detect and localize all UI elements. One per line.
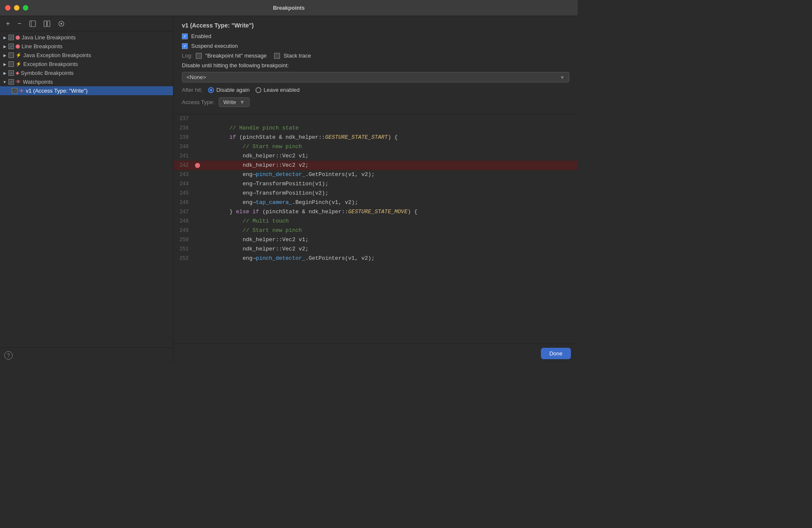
line-content-247: } else if (pinchState & ndk_helper::GEST… — [201, 207, 578, 217]
code-line-240: 240 // Start new pinch — [173, 142, 578, 151]
line-content-249: // Start new pinch — [201, 226, 578, 235]
group-label-exception: Exception Breakpoints — [23, 61, 78, 67]
svg-rect-2 — [44, 21, 47, 27]
maximize-button[interactable] — [23, 5, 28, 11]
toolbar: + − — [0, 16, 173, 31]
breakpoint-hit-checkbox[interactable] — [196, 53, 202, 59]
watchpoint-v1-checkbox[interactable] — [12, 88, 17, 94]
suspend-row: Suspend execution — [182, 43, 569, 49]
access-type-value: Write — [223, 99, 236, 105]
line-num-252: 252 — [173, 254, 194, 263]
group-header-watchpoints[interactable]: 👁 Watchpoints — [0, 77, 173, 86]
code-line-239: 239 if (pinchState & ndk_helper::GESTURE… — [173, 133, 578, 142]
dropdown-arrow-icon: ▼ — [560, 75, 565, 80]
group-checkbox-watchpoints[interactable] — [8, 79, 14, 85]
line-num-249: 249 — [173, 226, 194, 235]
close-button[interactable] — [5, 5, 11, 11]
none-dropdown[interactable]: <None> ▼ — [182, 72, 569, 82]
help-button[interactable]: ? — [4, 351, 13, 360]
stack-trace-checkbox[interactable] — [274, 53, 280, 59]
code-line-241: 241 ndk_helper::Vec2 v1; — [173, 151, 578, 161]
disable-again-option[interactable]: Disable again — [208, 87, 250, 93]
minimize-button[interactable] — [14, 5, 19, 11]
suspend-checkbox[interactable] — [182, 43, 188, 49]
add-button[interactable]: + — [4, 19, 11, 28]
line-num-242: 242 — [173, 161, 194, 170]
line-num-246: 246 — [173, 198, 194, 207]
line-num-243: 243 — [173, 170, 194, 179]
group-label-line: Line Breakpoints — [22, 43, 63, 50]
line-content-252: eng→pinch_detector_.GetPointers(v1, v2); — [201, 254, 578, 263]
chevron-icon — [3, 71, 7, 75]
line-content-239: if (pinchState & ndk_helper::GESTURE_STA… — [201, 133, 578, 142]
svg-point-5 — [60, 23, 62, 25]
line-icon-242 — [194, 163, 201, 168]
code-line-249: 249 // Start new pinch — [173, 226, 578, 235]
access-type-dropdown[interactable]: Write ▼ — [219, 97, 250, 107]
leave-enabled-radio[interactable] — [255, 87, 261, 93]
props-title: v1 (Access Type: "Write") — [182, 22, 569, 29]
leave-enabled-option[interactable]: Leave enabled — [255, 87, 299, 93]
line-content-242: ndk_helper::Vec2 v2; — [201, 161, 578, 170]
line-num-247: 247 — [173, 207, 194, 217]
access-type-row: Access Type: Write ▼ — [182, 97, 569, 107]
dot-red-icon — [16, 36, 20, 40]
bottom-bar: Done — [173, 344, 578, 363]
code-line-248: 248 // Multi touch — [173, 217, 578, 226]
group-symbolic-breakpoints: ◆ Symbolic Breakpoints — [0, 69, 173, 77]
watchpoint-marker-icon — [195, 163, 200, 168]
group-checkbox-line[interactable] — [8, 44, 14, 49]
right-panel: v1 (Access Type: "Write") Enabled Suspen… — [173, 16, 578, 363]
titlebar: Breakpoints — [0, 0, 578, 16]
group-checkbox-java-line[interactable] — [8, 35, 14, 40]
group-header-java-exception[interactable]: ⚡ Java Exception Breakpoints — [0, 51, 173, 60]
line-content-248: // Multi touch — [201, 217, 578, 226]
breakpoints-tree: Java Line Breakpoints Line Breakpoints ⚡ — [0, 31, 173, 347]
restore-button[interactable] — [56, 19, 66, 28]
group-header-symbolic[interactable]: ◆ Symbolic Breakpoints — [0, 69, 173, 77]
svg-rect-0 — [30, 21, 36, 27]
line-num-251: 251 — [173, 245, 194, 254]
chevron-down-icon — [3, 80, 7, 84]
stack-trace-label: Stack trace — [283, 52, 311, 59]
done-button[interactable]: Done — [541, 348, 571, 359]
group-checkbox-java-exception[interactable] — [8, 52, 14, 58]
group-checkbox-exception[interactable] — [8, 61, 14, 67]
line-content-237 — [201, 114, 578, 124]
left-bottom: ? — [0, 347, 173, 363]
lightning-icon: ⚡ — [16, 61, 22, 67]
main-container: + − — [0, 16, 578, 363]
properties-area: v1 (Access Type: "Write") Enabled Suspen… — [173, 16, 578, 114]
access-type-arrow-icon: ▼ — [239, 99, 245, 105]
chevron-icon — [3, 53, 7, 58]
window-title: Breakpoints — [273, 5, 304, 11]
group-checkbox-symbolic[interactable] — [8, 70, 14, 76]
code-line-246: 246 eng→tap_camera_.BeginPinch(v1, v2); — [173, 198, 578, 207]
enabled-row: Enabled — [182, 33, 569, 39]
group-button[interactable] — [27, 19, 38, 28]
group-java-exception-breakpoints: ⚡ Java Exception Breakpoints — [0, 51, 173, 60]
group-label-java-exception: Java Exception Breakpoints — [23, 52, 91, 58]
remove-button[interactable]: − — [16, 19, 23, 28]
line-num-250: 250 — [173, 235, 194, 245]
watchpoint-v1-item[interactable]: 👁 v1 (Access Type: "Write") — [0, 86, 173, 95]
group-header-line-breakpoints[interactable]: Line Breakpoints — [0, 42, 173, 51]
leave-enabled-label: Leave enabled — [263, 87, 299, 93]
enabled-checkbox[interactable] — [182, 33, 188, 39]
disable-again-radio[interactable] — [208, 87, 214, 93]
group-label-java-line: Java Line Breakpoints — [22, 34, 76, 41]
group-header-exception[interactable]: ⚡ Exception Breakpoints — [0, 60, 173, 69]
line-content-240: // Start new pinch — [201, 142, 578, 151]
group-java-line-breakpoints: Java Line Breakpoints — [0, 33, 173, 42]
group-header-java-line-breakpoints[interactable]: Java Line Breakpoints — [0, 33, 173, 42]
code-line-247: 247 } else if (pinchState & ndk_helper::… — [173, 207, 578, 217]
line-num-241: 241 — [173, 151, 194, 161]
move-button[interactable] — [42, 19, 52, 28]
left-panel: + − — [0, 16, 173, 363]
line-content-246: eng→tap_camera_.BeginPinch(v1, v2); — [201, 198, 578, 207]
lightning-icon: ⚡ — [16, 52, 22, 58]
code-line-242: 242 ndk_helper::Vec2 v2; — [173, 161, 578, 170]
breakpoint-hit-label: "Breakpoint hit" message — [205, 52, 266, 59]
line-num-240: 240 — [173, 142, 194, 151]
code-line-252: 252 eng→pinch_detector_.GetPointers(v1, … — [173, 254, 578, 263]
